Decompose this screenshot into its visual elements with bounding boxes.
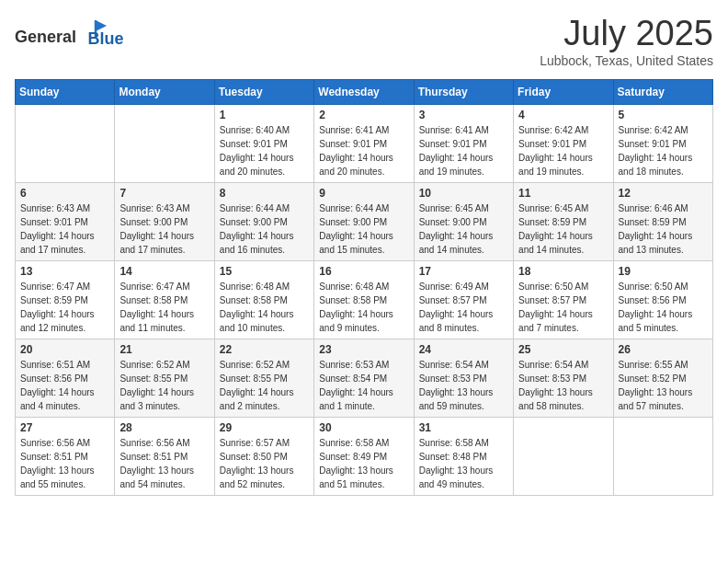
- calendar-body: 1Sunrise: 6:40 AMSunset: 9:01 PMDaylight…: [16, 104, 713, 495]
- day-info: Sunrise: 6:46 AMSunset: 8:59 PMDaylight:…: [619, 201, 708, 257]
- calendar-cell: 28Sunrise: 6:56 AMSunset: 8:51 PMDayligh…: [115, 417, 214, 495]
- calendar-cell: 13Sunrise: 6:47 AMSunset: 8:59 PMDayligh…: [16, 260, 115, 339]
- day-number: 6: [20, 187, 109, 200]
- day-number: 16: [319, 265, 408, 278]
- calendar-week-row: 1Sunrise: 6:40 AMSunset: 9:01 PMDaylight…: [16, 104, 713, 182]
- calendar-cell: 14Sunrise: 6:47 AMSunset: 8:58 PMDayligh…: [115, 260, 214, 339]
- day-number: 27: [20, 421, 109, 434]
- day-number: 24: [419, 343, 508, 356]
- day-number: 17: [419, 265, 508, 278]
- day-number: 21: [119, 343, 209, 356]
- calendar-week-row: 20Sunrise: 6:51 AMSunset: 8:56 PMDayligh…: [16, 339, 713, 417]
- day-info: Sunrise: 6:47 AMSunset: 8:59 PMDaylight:…: [20, 280, 109, 335]
- page-header: General Blue July 2025 Lubbock, Texas, U…: [15, 15, 713, 68]
- day-info: Sunrise: 6:53 AMSunset: 8:54 PMDaylight:…: [319, 358, 408, 413]
- calendar-cell: 9Sunrise: 6:44 AMSunset: 9:00 PMDaylight…: [314, 182, 414, 260]
- day-info: Sunrise: 6:44 AMSunset: 9:00 PMDaylight:…: [220, 201, 309, 257]
- day-info: Sunrise: 6:41 AMSunset: 9:01 PMDaylight:…: [319, 123, 408, 178]
- weekday-header: Thursday: [414, 79, 513, 104]
- day-number: 10: [419, 187, 508, 200]
- day-info: Sunrise: 6:42 AMSunset: 9:01 PMDaylight:…: [518, 123, 608, 178]
- weekday-header: Monday: [115, 79, 214, 104]
- day-info: Sunrise: 6:52 AMSunset: 8:55 PMDaylight:…: [119, 358, 209, 413]
- day-info: Sunrise: 6:40 AMSunset: 9:01 PMDaylight:…: [220, 123, 309, 178]
- calendar-cell: 15Sunrise: 6:48 AMSunset: 8:58 PMDayligh…: [214, 260, 313, 339]
- calendar-cell: 4Sunrise: 6:42 AMSunset: 9:01 PMDaylight…: [514, 104, 613, 182]
- day-number: 26: [619, 343, 708, 356]
- day-info: Sunrise: 6:49 AMSunset: 8:57 PMDaylight:…: [419, 280, 508, 335]
- calendar-cell: 25Sunrise: 6:54 AMSunset: 8:53 PMDayligh…: [514, 339, 613, 417]
- calendar-cell: 31Sunrise: 6:58 AMSunset: 8:48 PMDayligh…: [414, 417, 513, 495]
- day-number: 23: [319, 343, 408, 356]
- calendar-cell: 17Sunrise: 6:49 AMSunset: 8:57 PMDayligh…: [414, 260, 513, 339]
- logo: General Blue: [15, 15, 124, 49]
- day-info: Sunrise: 6:41 AMSunset: 9:01 PMDaylight:…: [419, 123, 508, 178]
- calendar-cell: 18Sunrise: 6:50 AMSunset: 8:57 PMDayligh…: [514, 260, 613, 339]
- day-info: Sunrise: 6:54 AMSunset: 8:53 PMDaylight:…: [419, 358, 508, 413]
- day-number: 7: [119, 187, 209, 200]
- logo-general: General: [15, 28, 76, 46]
- calendar-cell: 8Sunrise: 6:44 AMSunset: 9:00 PMDaylight…: [214, 182, 313, 260]
- day-number: 1: [220, 109, 309, 121]
- day-number: 31: [419, 421, 508, 434]
- day-info: Sunrise: 6:58 AMSunset: 8:48 PMDaylight:…: [419, 436, 508, 491]
- calendar-cell: 3Sunrise: 6:41 AMSunset: 9:01 PMDaylight…: [414, 104, 513, 182]
- weekday-header: Wednesday: [314, 79, 414, 104]
- calendar-cell: 23Sunrise: 6:53 AMSunset: 8:54 PMDayligh…: [314, 339, 414, 417]
- weekday-header: Tuesday: [214, 79, 313, 104]
- calendar-week-row: 6Sunrise: 6:43 AMSunset: 9:01 PMDaylight…: [16, 182, 713, 260]
- calendar-cell: 26Sunrise: 6:55 AMSunset: 8:52 PMDayligh…: [613, 339, 712, 417]
- location: Lubbock, Texas, United States: [540, 53, 713, 68]
- day-info: Sunrise: 6:58 AMSunset: 8:49 PMDaylight:…: [319, 436, 408, 491]
- day-number: 19: [619, 265, 708, 278]
- calendar-week-row: 13Sunrise: 6:47 AMSunset: 8:59 PMDayligh…: [16, 260, 713, 339]
- day-info: Sunrise: 6:47 AMSunset: 8:58 PMDaylight:…: [119, 280, 209, 335]
- day-info: Sunrise: 6:44 AMSunset: 9:00 PMDaylight:…: [319, 201, 408, 257]
- day-info: Sunrise: 6:52 AMSunset: 8:55 PMDaylight:…: [220, 358, 309, 413]
- calendar-cell: 16Sunrise: 6:48 AMSunset: 8:58 PMDayligh…: [314, 260, 414, 339]
- day-info: Sunrise: 6:50 AMSunset: 8:56 PMDaylight:…: [619, 280, 708, 335]
- calendar-cell: 7Sunrise: 6:43 AMSunset: 9:00 PMDaylight…: [115, 182, 214, 260]
- calendar-cell: 27Sunrise: 6:56 AMSunset: 8:51 PMDayligh…: [16, 417, 115, 495]
- calendar-cell: 22Sunrise: 6:52 AMSunset: 8:55 PMDayligh…: [214, 339, 313, 417]
- day-number: 5: [619, 109, 708, 121]
- logo-blue: Blue: [88, 29, 124, 49]
- calendar-cell: 1Sunrise: 6:40 AMSunset: 9:01 PMDaylight…: [214, 104, 313, 182]
- day-number: 12: [619, 187, 708, 200]
- calendar-cell: 10Sunrise: 6:45 AMSunset: 9:00 PMDayligh…: [414, 182, 513, 260]
- day-number: 2: [319, 109, 408, 121]
- day-number: 9: [319, 187, 408, 200]
- calendar-cell: 11Sunrise: 6:45 AMSunset: 8:59 PMDayligh…: [514, 182, 613, 260]
- calendar-cell: 5Sunrise: 6:42 AMSunset: 9:01 PMDaylight…: [613, 104, 712, 182]
- month-title: July 2025: [540, 15, 713, 53]
- day-number: 29: [220, 421, 309, 434]
- day-info: Sunrise: 6:45 AMSunset: 8:59 PMDaylight:…: [518, 201, 608, 257]
- day-number: 11: [518, 187, 608, 200]
- day-number: 8: [220, 187, 309, 200]
- calendar-table: SundayMondayTuesdayWednesdayThursdayFrid…: [15, 79, 713, 496]
- day-info: Sunrise: 6:43 AMSunset: 9:00 PMDaylight:…: [119, 201, 209, 257]
- calendar-cell: 6Sunrise: 6:43 AMSunset: 9:01 PMDaylight…: [16, 182, 115, 260]
- weekday-row: SundayMondayTuesdayWednesdayThursdayFrid…: [16, 79, 713, 104]
- calendar-cell: [16, 104, 115, 182]
- day-number: 20: [20, 343, 109, 356]
- calendar-cell: 19Sunrise: 6:50 AMSunset: 8:56 PMDayligh…: [613, 260, 712, 339]
- calendar-cell: 24Sunrise: 6:54 AMSunset: 8:53 PMDayligh…: [414, 339, 513, 417]
- calendar-header: SundayMondayTuesdayWednesdayThursdayFrid…: [16, 79, 713, 104]
- weekday-header: Sunday: [16, 79, 115, 104]
- calendar-week-row: 27Sunrise: 6:56 AMSunset: 8:51 PMDayligh…: [16, 417, 713, 495]
- calendar-cell: 30Sunrise: 6:58 AMSunset: 8:49 PMDayligh…: [314, 417, 414, 495]
- weekday-header: Saturday: [613, 79, 712, 104]
- day-info: Sunrise: 6:42 AMSunset: 9:01 PMDaylight:…: [619, 123, 708, 178]
- day-info: Sunrise: 6:56 AMSunset: 8:51 PMDaylight:…: [20, 436, 109, 491]
- day-number: 15: [220, 265, 309, 278]
- calendar-cell: [613, 417, 712, 495]
- day-info: Sunrise: 6:48 AMSunset: 8:58 PMDaylight:…: [319, 280, 408, 335]
- day-number: 18: [518, 265, 608, 278]
- day-number: 30: [319, 421, 408, 434]
- day-number: 28: [119, 421, 209, 434]
- calendar-cell: [115, 104, 214, 182]
- title-area: July 2025 Lubbock, Texas, United States: [540, 15, 713, 68]
- day-number: 25: [518, 343, 608, 356]
- calendar-cell: 21Sunrise: 6:52 AMSunset: 8:55 PMDayligh…: [115, 339, 214, 417]
